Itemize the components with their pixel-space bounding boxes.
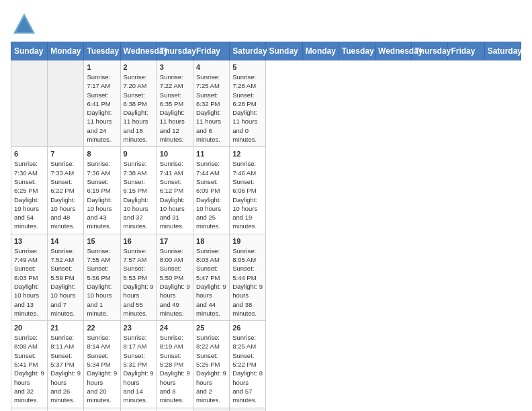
calendar-header-row: SundayMondayTuesdayWednesdayThursdayFrid… [11, 42, 521, 60]
day-number: 17 [160, 237, 190, 245]
calendar-cell: 14Sunrise: 7:52 AM Sunset: 5:59 PM Dayli… [48, 234, 84, 320]
calendar-cell: 17Sunrise: 8:00 AM Sunset: 5:50 PM Dayli… [157, 234, 193, 320]
day-number: 6 [14, 150, 44, 158]
calendar-cell: 22Sunrise: 8:14 AM Sunset: 5:34 PM Dayli… [84, 321, 120, 408]
calendar-cell: 24Sunrise: 8:19 AM Sunset: 5:28 PM Dayli… [157, 321, 193, 408]
day-info: Sunrise: 8:17 AM Sunset: 5:31 PM Dayligh… [124, 333, 154, 404]
day-header-sunday: Sunday [11, 42, 48, 60]
day-number: 19 [232, 237, 263, 245]
calendar-cell: 7Sunrise: 7:33 AM Sunset: 6:22 PM Daylig… [48, 147, 84, 234]
calendar-cell: 11Sunrise: 7:44 AM Sunset: 6:09 PM Dayli… [193, 147, 230, 234]
day-info: Sunrise: 7:52 AM Sunset: 5:59 PM Dayligh… [50, 246, 81, 318]
calendar-week-5: 27Sunrise: 7:28 AM Sunset: 4:19 PM Dayli… [11, 408, 521, 411]
day-info: Sunrise: 7:55 AM Sunset: 5:56 PM Dayligh… [87, 246, 117, 318]
day-number: 18 [196, 237, 226, 245]
calendar-cell: 12Sunrise: 7:46 AM Sunset: 6:06 PM Dayli… [230, 147, 266, 234]
day-number: 1 [87, 63, 117, 71]
page-header [11, 11, 521, 35]
day-number: 23 [124, 324, 154, 332]
day-number: 25 [196, 324, 226, 332]
day-number: 11 [196, 150, 226, 158]
calendar-cell: 25Sunrise: 8:22 AM Sunset: 5:25 PM Dayli… [193, 321, 230, 408]
day-info: Sunrise: 8:03 AM Sunset: 5:47 PM Dayligh… [196, 246, 226, 318]
calendar-cell: 31Sunrise: 7:39 AM Sunset: 4:07 PM Dayli… [157, 408, 193, 411]
day-number: 12 [232, 150, 263, 158]
calendar-cell: 6Sunrise: 7:30 AM Sunset: 6:25 PM Daylig… [11, 147, 48, 234]
calendar-cell: 19Sunrise: 8:05 AM Sunset: 5:44 PM Dayli… [230, 234, 266, 320]
day-header-monday: Monday [48, 42, 84, 60]
calendar-cell [11, 60, 48, 147]
calendar-cell: 15Sunrise: 7:55 AM Sunset: 5:56 PM Dayli… [84, 234, 120, 320]
day-info: Sunrise: 8:19 AM Sunset: 5:28 PM Dayligh… [160, 333, 190, 404]
day-info: Sunrise: 7:36 AM Sunset: 6:19 PM Dayligh… [87, 159, 117, 230]
day-header-monday: Monday [302, 42, 339, 60]
day-info: Sunrise: 7:44 AM Sunset: 6:09 PM Dayligh… [196, 159, 226, 230]
day-number: 13 [14, 237, 44, 245]
day-info: Sunrise: 7:22 AM Sunset: 6:35 PM Dayligh… [160, 73, 190, 144]
calendar-cell: 21Sunrise: 8:11 AM Sunset: 5:37 PM Dayli… [48, 321, 84, 408]
logo [11, 11, 38, 35]
day-info: Sunrise: 7:33 AM Sunset: 6:22 PM Dayligh… [50, 159, 81, 230]
day-header-tuesday: Tuesday [84, 42, 120, 60]
calendar-cell: 3Sunrise: 7:22 AM Sunset: 6:35 PM Daylig… [157, 60, 193, 147]
calendar-cell: 28Sunrise: 7:31 AM Sunset: 4:16 PM Dayli… [48, 408, 84, 411]
day-number: 3 [160, 63, 190, 71]
calendar-cell: 26Sunrise: 8:25 AM Sunset: 5:22 PM Dayli… [230, 321, 266, 408]
day-header-saturday: Saturday [230, 42, 266, 60]
day-info: Sunrise: 7:28 AM Sunset: 6:28 PM Dayligh… [232, 73, 263, 144]
day-info: Sunrise: 8:22 AM Sunset: 5:25 PM Dayligh… [196, 333, 226, 404]
day-number: 2 [124, 63, 154, 71]
calendar-week-3: 13Sunrise: 7:49 AM Sunset: 6:03 PM Dayli… [11, 234, 521, 320]
calendar-cell: 9Sunrise: 7:38 AM Sunset: 6:15 PM Daylig… [120, 147, 157, 234]
day-header-tuesday: Tuesday [339, 42, 375, 60]
calendar-cell [48, 60, 84, 147]
day-info: Sunrise: 7:46 AM Sunset: 6:06 PM Dayligh… [232, 159, 263, 230]
day-info: Sunrise: 7:20 AM Sunset: 6:38 PM Dayligh… [124, 73, 154, 144]
day-number: 20 [14, 324, 44, 332]
day-header-thursday: Thursday [412, 42, 448, 60]
calendar-cell: 2Sunrise: 7:20 AM Sunset: 6:38 PM Daylig… [120, 60, 157, 147]
day-info: Sunrise: 7:57 AM Sunset: 5:53 PM Dayligh… [124, 246, 154, 318]
calendar-table: SundayMondayTuesdayWednesdayThursdayFrid… [11, 42, 521, 411]
day-header-wednesday: Wednesday [120, 42, 157, 60]
calendar-cell [193, 408, 230, 411]
day-header-wednesday: Wednesday [375, 42, 412, 60]
day-header-saturday: Saturday [484, 42, 521, 60]
day-number: 22 [87, 324, 117, 332]
day-number: 26 [232, 324, 263, 332]
calendar-cell: 16Sunrise: 7:57 AM Sunset: 5:53 PM Dayli… [120, 234, 157, 320]
calendar-week-2: 6Sunrise: 7:30 AM Sunset: 6:25 PM Daylig… [11, 147, 521, 234]
day-info: Sunrise: 7:38 AM Sunset: 6:15 PM Dayligh… [124, 159, 154, 230]
calendar-cell: 27Sunrise: 7:28 AM Sunset: 4:19 PM Dayli… [11, 408, 48, 411]
day-info: Sunrise: 8:14 AM Sunset: 5:34 PM Dayligh… [87, 333, 117, 404]
day-info: Sunrise: 7:25 AM Sunset: 6:32 PM Dayligh… [196, 73, 226, 144]
day-info: Sunrise: 7:17 AM Sunset: 6:41 PM Dayligh… [87, 73, 117, 144]
day-number: 16 [124, 237, 154, 245]
calendar-cell: 20Sunrise: 8:08 AM Sunset: 5:41 PM Dayli… [11, 321, 48, 408]
day-info: Sunrise: 8:11 AM Sunset: 5:37 PM Dayligh… [50, 333, 81, 404]
day-number: 4 [196, 63, 226, 71]
day-header-thursday: Thursday [157, 42, 193, 60]
calendar-cell: 10Sunrise: 7:41 AM Sunset: 6:12 PM Dayli… [157, 147, 193, 234]
day-info: Sunrise: 8:00 AM Sunset: 5:50 PM Dayligh… [160, 246, 190, 318]
day-number: 8 [87, 150, 117, 158]
day-info: Sunrise: 8:25 AM Sunset: 5:22 PM Dayligh… [232, 333, 263, 404]
day-number: 14 [50, 237, 81, 245]
calendar-cell: 8Sunrise: 7:36 AM Sunset: 6:19 PM Daylig… [84, 147, 120, 234]
day-header-friday: Friday [448, 42, 484, 60]
calendar-cell: 29Sunrise: 7:34 AM Sunset: 4:13 PM Dayli… [84, 408, 120, 411]
calendar-cell [230, 408, 266, 411]
calendar-week-1: 1Sunrise: 7:17 AM Sunset: 6:41 PM Daylig… [11, 60, 521, 147]
day-number: 9 [124, 150, 154, 158]
calendar-cell: 1Sunrise: 7:17 AM Sunset: 6:41 PM Daylig… [84, 60, 120, 147]
calendar-week-4: 20Sunrise: 8:08 AM Sunset: 5:41 PM Dayli… [11, 321, 521, 408]
day-info: Sunrise: 7:41 AM Sunset: 6:12 PM Dayligh… [160, 159, 190, 230]
day-number: 21 [50, 324, 81, 332]
day-number: 24 [160, 324, 190, 332]
calendar-cell: 13Sunrise: 7:49 AM Sunset: 6:03 PM Dayli… [11, 234, 48, 320]
calendar-cell: 4Sunrise: 7:25 AM Sunset: 6:32 PM Daylig… [193, 60, 230, 147]
calendar-cell: 18Sunrise: 8:03 AM Sunset: 5:47 PM Dayli… [193, 234, 230, 320]
calendar-cell: 23Sunrise: 8:17 AM Sunset: 5:31 PM Dayli… [120, 321, 157, 408]
calendar-cell: 5Sunrise: 7:28 AM Sunset: 6:28 PM Daylig… [230, 60, 266, 147]
day-number: 5 [232, 63, 263, 71]
